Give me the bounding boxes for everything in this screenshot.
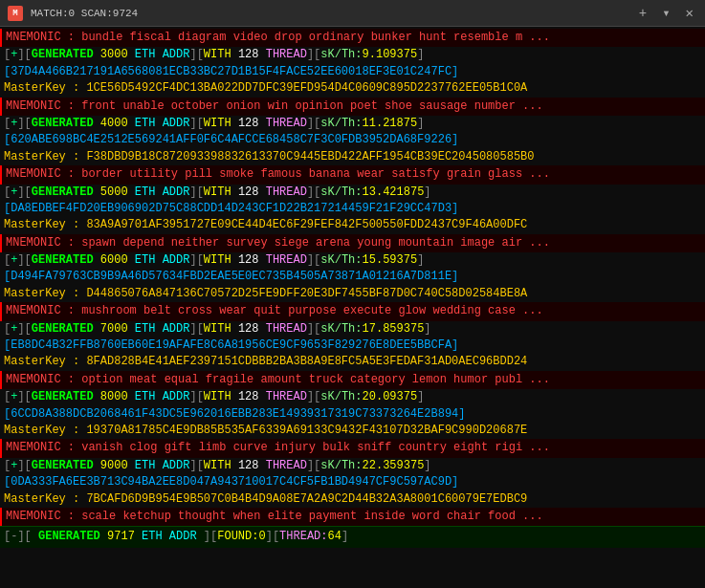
list-item: MNEMONIC : option meat equal fragile amo…	[0, 371, 705, 389]
list-item: [0DA333FA6EE3B713C94BA2EE8D047A943710017…	[0, 474, 705, 490]
list-item: MNEMONIC : scale ketchup thought when el…	[0, 508, 705, 526]
list-item: MNEMONIC : front unable october onion wi…	[0, 98, 705, 116]
list-item: [-][ GENERATED 9717 ETH ADDR ][FOUND:0][…	[0, 526, 705, 547]
chevron-button[interactable]: ▾	[658, 5, 673, 21]
list-item: MNEMONIC : vanish clog gift limb curve i…	[0, 439, 705, 457]
list-item: [37D4A466B217191A6568081ECB33BC27D1B15F4…	[0, 64, 705, 80]
close-button[interactable]: ✕	[682, 5, 697, 21]
list-item: MNEMONIC : bundle fiscal diagram video d…	[0, 29, 705, 47]
list-item: MNEMONIC : mushroom belt cross wear quit…	[0, 302, 705, 320]
list-item: [+][GENERATED 7000 ETH ADDR][WITH 128 TH…	[0, 321, 705, 338]
list-item: MasterKey : 7BCAFD6D9B954E9B507C0B4B4D9A…	[0, 491, 705, 508]
title-bar: M MATCH:0 SCAN:9724 + ▾ ✕	[0, 0, 705, 27]
list-item: [6CCD8A388DCB2068461F43DC5E962016EBB283E…	[0, 406, 705, 423]
content-area: MNEMONIC : bundle fiscal diagram video d…	[0, 27, 705, 588]
list-item: [DA8EDBEF4FD20EB906902D75C88CDD14D243CF1…	[0, 201, 705, 217]
list-item: MNEMONIC : border utility pill smoke fam…	[0, 165, 705, 184]
list-item: MasterKey : F38DBD9B18C87209339883261337…	[0, 149, 705, 165]
list-item: [D494FA79763CB9B9A46D57634FBD2EAE5E0EC73…	[0, 269, 705, 285]
plus-button[interactable]: +	[635, 6, 650, 21]
list-item: MasterKey : 19370A81785C4E9DB85B535AF633…	[0, 423, 705, 439]
list-item: MasterKey : 1CE56D5492CF4DC13BA022DD7DFC…	[0, 80, 705, 97]
list-item: [+][GENERATED 8000 ETH ADDR][WITH 128 TH…	[0, 389, 705, 405]
list-item: [+][GENERATED 5000 ETH ADDR][WITH 128 TH…	[0, 185, 705, 201]
list-item: [620ABE698BC4E2512E569241AFF0F6C4AFCCE68…	[0, 132, 705, 148]
list-item: MasterKey : D44865076A847136C70572D25FE9…	[0, 286, 705, 302]
list-item: [EB8DC4B32FFB8760EB60E19AFAFE8C6A81956CE…	[0, 338, 705, 354]
list-item: [+][GENERATED 9000 ETH ADDR][WITH 128 TH…	[0, 458, 705, 474]
list-item: MasterKey : 83A9A9701AF3951727E09CE44D4E…	[0, 217, 705, 233]
list-item: [+][GENERATED 6000 ETH ADDR][WITH 128 TH…	[0, 252, 705, 269]
title-text: MATCH:0 SCAN:9724	[31, 8, 628, 19]
list-item: MNEMONIC : spawn depend neither survey s…	[0, 234, 705, 252]
list-item: MasterKey : 8FAD828B4E41AEF2397151CDBBB2…	[0, 354, 705, 370]
app-icon: M	[8, 6, 23, 21]
list-item: [+][GENERATED 4000 ETH ADDR][WITH 128 TH…	[0, 116, 705, 132]
list-item: [+][GENERATED 3000 ETH ADDR][WITH 128 TH…	[0, 47, 705, 63]
